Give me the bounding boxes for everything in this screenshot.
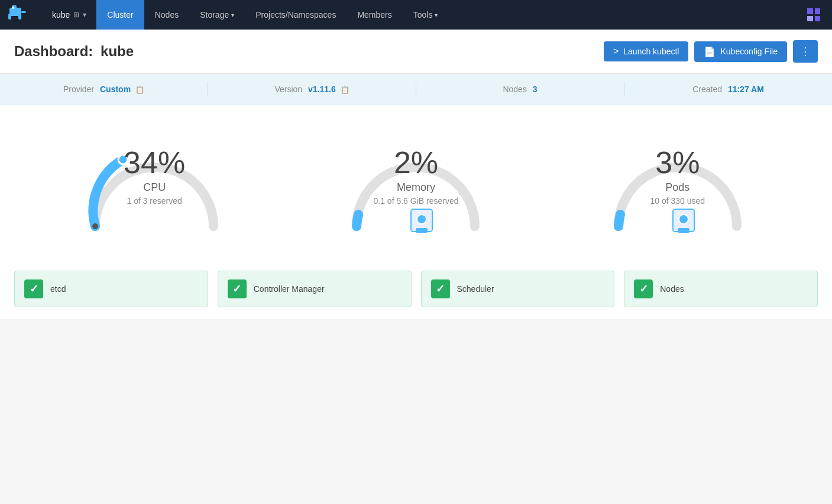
more-actions-button[interactable]: ⋮ <box>793 40 818 63</box>
memory-sublabel: 0.1 of 5.6 GiB reserved <box>374 196 459 206</box>
grid-icon <box>807 8 820 21</box>
cluster-chevron-icon: ▾ <box>83 11 86 19</box>
terminal-icon: > <box>613 46 619 57</box>
storage-chevron-icon: ▾ <box>231 12 234 18</box>
brand <box>0 0 43 30</box>
memory-label: Memory <box>374 181 459 194</box>
page-title: Dashboard: kube <box>14 43 134 60</box>
provider-copy-icon[interactable]: 📋 <box>135 86 144 94</box>
svg-point-9 <box>417 214 426 224</box>
cpu-sublabel: 1 of 3 reserved <box>124 196 185 206</box>
cpu-gauge-wrapper: 34% CPU 1 of 3 reserved <box>77 123 231 241</box>
kubeconfig-file-button[interactable]: 📄 Kubeconfig File <box>694 41 787 62</box>
svg-point-7 <box>92 223 98 229</box>
etcd-label: etcd <box>50 284 66 294</box>
status-scheduler: ✓ Scheduler <box>421 271 615 307</box>
pods-gauge-center: 3% Pods 10 of 330 used <box>650 147 705 206</box>
nodes-status-label: Nodes <box>660 284 684 294</box>
version-copy-icon[interactable]: 📋 <box>341 86 349 94</box>
page-title-cluster: kube <box>101 43 134 59</box>
pods-label: Pods <box>650 181 705 194</box>
memory-gauge-center: 2% Memory 0.1 of 5.6 GiB reserved <box>374 147 459 206</box>
cpu-percent: 34% <box>124 147 185 178</box>
header-actions: > Launch kubectl 📄 Kubeconfig File ⋮ <box>604 40 818 63</box>
etcd-check-icon: ✓ <box>24 279 43 298</box>
created-value: 11:27 AM <box>728 84 764 94</box>
pods-gauge-wrapper: 3% Pods 10 of 330 used <box>601 123 755 241</box>
info-version: Version v1.11.6 📋 <box>208 82 416 96</box>
version-value: v1.11.6 <box>308 84 336 94</box>
more-icon: ⋮ <box>800 45 811 57</box>
nav-nodes[interactable]: Nodes <box>144 0 189 30</box>
provider-label: Provider <box>63 84 94 94</box>
pods-percent: 3% <box>650 147 705 178</box>
svg-rect-2 <box>8 14 11 19</box>
file-icon: 📄 <box>704 46 716 57</box>
gauges-section: 34% CPU 1 of 3 reserved 2% <box>0 105 832 259</box>
svg-rect-5 <box>21 11 26 13</box>
page-header: Dashboard: kube > Launch kubectl 📄 Kubec… <box>0 30 832 74</box>
svg-point-4 <box>12 6 14 9</box>
navbar: kube ⊞ ▾ Cluster Nodes Storage ▾ Project… <box>0 0 832 30</box>
nav-links: Cluster Nodes Storage ▾ Projects/Namespa… <box>96 0 800 30</box>
tools-chevron-icon: ▾ <box>435 12 438 18</box>
brand-icon <box>8 3 34 27</box>
version-label: Version <box>274 84 302 94</box>
cpu-gauge-container: 34% CPU 1 of 3 reserved <box>66 123 243 241</box>
nav-members[interactable]: Members <box>347 0 402 30</box>
cpu-gauge-center: 34% CPU 1 of 3 reserved <box>124 147 185 206</box>
status-nodes: ✓ Nodes <box>624 271 818 307</box>
nodes-label: Nodes <box>503 84 526 94</box>
created-label: Created <box>692 84 722 94</box>
status-bar: ✓ etcd ✓ Controller Manager ✓ Scheduler … <box>0 259 832 319</box>
nodes-check-icon: ✓ <box>634 279 653 298</box>
svg-rect-3 <box>18 14 21 19</box>
scheduler-check-icon: ✓ <box>431 279 450 298</box>
info-provider: Provider Custom 📋 <box>0 82 208 96</box>
launch-kubectl-button[interactable]: > Launch kubectl <box>604 41 689 61</box>
info-nodes: Nodes 3 <box>416 82 624 96</box>
nav-projects[interactable]: Projects/Namespaces <box>245 0 347 30</box>
memory-percent: 2% <box>374 147 459 178</box>
provider-value: Custom <box>100 84 131 94</box>
page-title-prefix: Dashboard: <box>14 43 93 59</box>
cluster-selector[interactable]: kube ⊞ ▾ <box>43 0 96 30</box>
nav-cluster[interactable]: Cluster <box>96 0 144 30</box>
svg-rect-13 <box>678 228 689 233</box>
nav-storage[interactable]: Storage ▾ <box>189 0 245 30</box>
pods-sublabel: 10 of 330 used <box>650 196 705 206</box>
grid-icon-button[interactable] <box>800 0 827 30</box>
nav-tools[interactable]: Tools ▾ <box>403 0 449 30</box>
scheduler-label: Scheduler <box>457 284 494 294</box>
pods-gauge-container: 3% Pods 10 of 330 used <box>589 123 766 241</box>
cpu-label: CPU <box>124 181 185 194</box>
controller-manager-label: Controller Manager <box>254 284 325 294</box>
status-etcd: ✓ etcd <box>14 271 208 307</box>
cluster-name: kube <box>52 10 70 19</box>
controller-manager-check-icon: ✓ <box>228 279 247 298</box>
cluster-icon: ⊞ <box>73 11 79 19</box>
navbar-right <box>800 0 832 30</box>
svg-point-12 <box>679 214 688 224</box>
info-created: Created 11:27 AM <box>624 82 832 96</box>
nodes-value: 3 <box>533 84 538 94</box>
svg-rect-10 <box>416 228 428 233</box>
status-controller-manager: ✓ Controller Manager <box>218 271 412 307</box>
memory-gauge-wrapper: 2% Memory 0.1 of 5.6 GiB reserved <box>339 123 493 241</box>
memory-gauge-container: 2% Memory 0.1 of 5.6 GiB reserved <box>327 123 504 241</box>
info-bar: Provider Custom 📋 Version v1.11.6 📋 Node… <box>0 74 832 105</box>
